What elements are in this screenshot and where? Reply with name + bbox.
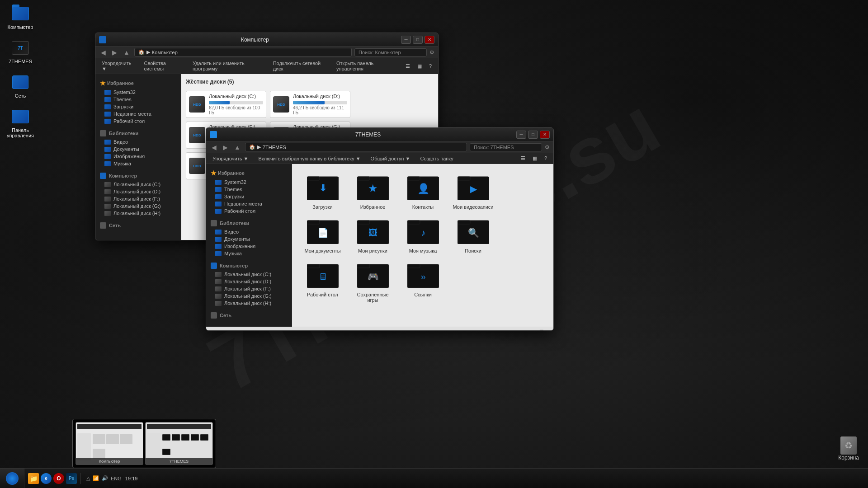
search-field-7themes[interactable]: Поиск: 7THEMES — [470, 143, 542, 151]
sidebar-item-downloads[interactable]: Загрузки — [206, 193, 292, 200]
close-button[interactable]: ✕ — [425, 36, 434, 44]
folder-music[interactable]: ♪ Моя музыка — [401, 217, 444, 253]
start-button[interactable] — [0, 469, 24, 488]
sidebar-item-themes[interactable]: Themes — [206, 186, 292, 193]
back-button[interactable]: ◀ — [210, 144, 218, 151]
up-button[interactable]: ▲ — [122, 49, 132, 56]
address-sep: ▶ — [257, 144, 261, 150]
back-button[interactable]: ◀ — [99, 49, 108, 56]
sidebar-item-recent[interactable]: Недавние места — [206, 200, 292, 207]
large-view-button[interactable]: ⊞ — [546, 329, 550, 331]
address-field[interactable]: 🏠 ▶ Компьютер — [134, 48, 352, 56]
network-drive-button[interactable]: Подключить сетевой диск — [270, 60, 329, 72]
sidebar-item-video[interactable]: Видео — [95, 138, 181, 145]
drive-c[interactable]: HDD Локальный диск (C:) 62,0 ГБ свободно… — [186, 91, 266, 118]
address-field[interactable]: 🏠 ▶ 7THEMES — [245, 143, 467, 151]
computer-window-controls: ─ □ ✕ — [401, 36, 434, 44]
sidebar-item-music[interactable]: Музыка — [206, 250, 292, 257]
sidebar-item-system32[interactable]: System32 — [95, 89, 181, 96]
view-button[interactable]: ☰ — [403, 62, 413, 70]
search-field[interactable]: Поиск: Компьютер — [354, 48, 427, 56]
sidebar-item-desktop[interactable]: Рабочий стол — [206, 207, 292, 215]
new-folder-button[interactable]: Создать папку — [417, 155, 456, 162]
thumb-7themes[interactable]: 7THEMES — [145, 422, 213, 465]
systray-lang[interactable]: ENG — [111, 476, 122, 481]
ie-quick-icon[interactable]: e — [41, 473, 52, 484]
list-view-button[interactable]: ☰ — [539, 329, 544, 331]
desktop-icon-panel[interactable]: Панель управления — [5, 108, 36, 138]
sidebar-item-g[interactable]: Локальный диск (G:) — [95, 202, 181, 210]
sidebar-item-f[interactable]: Локальный диск (F:) — [95, 195, 181, 202]
systray-arrow[interactable]: △ — [86, 475, 90, 481]
share-button[interactable]: Общий доступ ▼ — [368, 155, 413, 162]
include-library-button[interactable]: Включить выбранную папку в библиотеку ▼ — [255, 155, 363, 162]
sidebar-item-downloads[interactable]: Загрузки — [95, 103, 181, 110]
control-panel-button[interactable]: Открыть панель управления — [334, 60, 398, 72]
sidebar-item-f[interactable]: Локальный диск (F:) — [206, 285, 292, 292]
folder-pictures[interactable]: 🖼 Мои рисунки — [351, 217, 394, 253]
view-button[interactable]: ☰ — [518, 155, 528, 162]
thumb-computer[interactable]: Компьютер — [75, 422, 143, 465]
opera-quick-icon[interactable]: O — [53, 473, 64, 484]
folder-contacts[interactable]: 👤 Контакты — [401, 173, 444, 210]
uninstall-button[interactable]: Удалить или изменить программу — [190, 60, 266, 72]
minimize-button[interactable]: ─ — [401, 36, 411, 44]
maximize-button[interactable]: □ — [413, 36, 423, 44]
computer-sidebar: ★ Избранное System32 Themes Загрузки Нед… — [95, 74, 181, 240]
folder-icon — [215, 251, 222, 256]
explorer-quick-icon[interactable]: 📁 — [28, 473, 39, 484]
forward-button[interactable]: ▶ — [221, 144, 230, 151]
folder-search[interactable]: 🔍 Поиски — [452, 217, 495, 253]
search-options-button[interactable]: ⚙ — [429, 49, 434, 56]
recycle-bin[interactable]: ♻ Корзина — [838, 436, 859, 461]
sidebar-item-d[interactable]: Локальный диск (D:) — [95, 188, 181, 195]
maximize-button[interactable]: □ — [528, 131, 538, 139]
systray-volume[interactable]: 🔊 — [102, 475, 108, 481]
sidebar-item-g[interactable]: Локальный диск (G:) — [206, 292, 292, 300]
clock[interactable]: 19:19 — [125, 476, 138, 481]
close-button[interactable]: ✕ — [540, 131, 550, 139]
details-button[interactable]: ▦ — [415, 62, 425, 70]
sidebar-item-recent[interactable]: Недавние места — [95, 110, 181, 117]
ps-quick-icon[interactable]: Ps — [66, 473, 77, 484]
sidebar-item-images[interactable]: Изображения — [95, 153, 181, 160]
sidebar-item-d[interactable]: Локальный диск (D:) — [206, 278, 292, 285]
sidebar-item-desktop[interactable]: Рабочий стол — [95, 117, 181, 125]
desktop-icon-computer[interactable]: Компьютер — [5, 5, 36, 30]
folder-downloads[interactable]: ⬇ Загрузки — [301, 173, 344, 210]
sidebar-item-video[interactable]: Видео — [206, 228, 292, 235]
network-header: Сеть — [95, 221, 181, 230]
large-icons-button[interactable]: ▦ — [530, 155, 540, 162]
sidebar-item-themes[interactable]: Themes — [95, 96, 181, 103]
desktop-icon-network[interactable]: Сеть — [5, 73, 36, 99]
help-button[interactable]: ? — [426, 62, 434, 70]
help-button[interactable]: ? — [542, 155, 550, 162]
forward-button[interactable]: ▶ — [110, 49, 119, 56]
sidebar-item-images[interactable]: Изображения — [206, 243, 292, 250]
sidebar-item-system32[interactable]: System32 — [206, 178, 292, 186]
folder-desktop[interactable]: 🖥 Рабочий стол — [301, 261, 344, 303]
up-button[interactable]: ▲ — [232, 144, 242, 151]
sidebar-item-music[interactable]: Музыка — [95, 160, 181, 167]
sidebar-item-documents[interactable]: Документы — [95, 145, 181, 153]
folder-video[interactable]: ▶ Мои видеозаписи — [452, 173, 495, 210]
hdd-icon — [104, 204, 111, 209]
organize-button[interactable]: Упорядочить ▼ — [99, 60, 137, 72]
folder-label: Моя музыка — [409, 248, 437, 253]
folder-icon — [104, 154, 111, 159]
folder-games[interactable]: 🎮 Сохраненные игры — [351, 261, 394, 303]
desktop-icon-7themes[interactable]: 7T 7THEMES — [5, 39, 36, 64]
sidebar-item-c[interactable]: Локальный диск (C:) — [206, 271, 292, 278]
minimize-button[interactable]: ─ — [516, 131, 526, 139]
search-options-button[interactable]: ⚙ — [545, 144, 550, 150]
sidebar-item-documents[interactable]: Документы — [206, 235, 292, 243]
system-properties-button[interactable]: Свойства системы — [141, 60, 185, 72]
folder-documents[interactable]: 📄 Мои документы — [301, 217, 344, 253]
organize-button[interactable]: Упорядочить ▼ — [210, 155, 251, 162]
sidebar-item-c[interactable]: Локальный диск (C:) — [95, 181, 181, 188]
sidebar-item-h[interactable]: Локальный диск (H:) — [95, 210, 181, 217]
folder-favorites[interactable]: ★ Избранное — [351, 173, 394, 210]
drive-d[interactable]: HDD Локальный диск (D:) 46,2 ГБ свободно… — [270, 91, 350, 118]
folder-links[interactable]: » Ссылки — [401, 261, 444, 303]
sidebar-item-h[interactable]: Локальный диск (H:) — [206, 300, 292, 307]
